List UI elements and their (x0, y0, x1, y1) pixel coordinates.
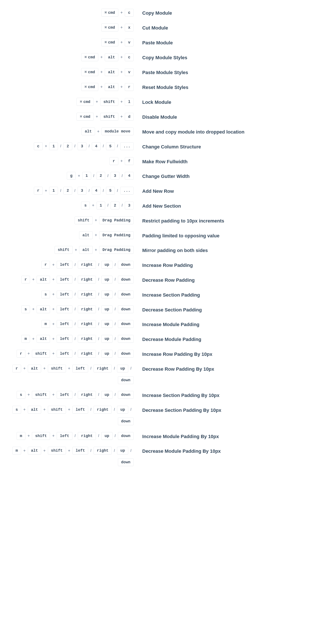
slash-separator: / (115, 188, 120, 193)
keys-line: ⌘cmd+shift+l (9, 98, 134, 106)
slash-separator: / (86, 144, 92, 148)
key-4: 4 (92, 187, 101, 194)
plus-separator: + (98, 55, 105, 60)
key-c: c (125, 9, 134, 16)
shortcut-description: Decrease Module Padding (138, 335, 327, 343)
shortcut-row: ⌘cmd+shift+dDisable Module (9, 113, 327, 120)
shortcut-description: Add New Section (138, 202, 327, 210)
keys-line: ⌘cmd+alt+c (9, 53, 134, 61)
plus-separator: + (98, 70, 105, 74)
key-right: right (78, 320, 96, 328)
keys-line: s+left/right/up/down (9, 290, 134, 298)
shortcut-description: Increase Section Padding By 10px (138, 391, 327, 399)
key-alt: alt (37, 306, 50, 313)
slash-separator: / (96, 292, 101, 296)
slash-separator: / (96, 307, 101, 312)
shortcut-row: c+1/2/3/4/5/...Change Column Structure (9, 142, 327, 150)
slash-separator: / (86, 188, 92, 193)
slash-separator: / (128, 366, 134, 371)
key-r: r (41, 261, 50, 268)
plus-separator: + (118, 85, 125, 89)
key-alt: alt (105, 54, 118, 61)
keys-line: r+alt+left/right/up/down (9, 276, 134, 284)
plus-separator: + (118, 159, 125, 163)
key-cmd: ⌘cmd (81, 68, 98, 76)
key-down: down (118, 432, 134, 440)
slash-separator: / (72, 292, 78, 296)
key-f: f (125, 157, 134, 165)
key-right: right (78, 432, 96, 440)
plus-separator: + (118, 114, 125, 119)
slash-separator: / (72, 337, 78, 341)
shortcut-row: r+alt+left/right/up/downDecrease Row Pad… (9, 276, 327, 284)
keys-column: ⌘cmd+c (9, 8, 138, 16)
slash-separator: / (88, 366, 94, 371)
shortcut-row: s+1/2/3Add New Section (9, 202, 327, 210)
key-right: right (78, 276, 96, 284)
key-r: r (17, 350, 26, 358)
shortcut-row: m+shift+left/right/up/downIncrease Modul… (9, 432, 327, 440)
key-shift: shift (100, 98, 118, 106)
key-left: left (72, 406, 88, 414)
keys-line: r+f (9, 157, 134, 165)
keys-line: m+alt+left/right/up/down (9, 335, 134, 343)
shortcut-row: alt+Drag PaddingPadding limited to oppos… (9, 231, 327, 239)
key-1: 1 (97, 202, 105, 209)
key-shift: shift (32, 432, 50, 440)
key-left: left (72, 365, 88, 372)
shortcuts-list: ⌘cmd+cCopy Module⌘cmd+xCut Module⌘cmd+vP… (9, 8, 327, 466)
slash-separator: / (119, 174, 125, 178)
shortcut-description: Increase Section Padding (138, 290, 327, 298)
plus-separator: + (21, 366, 28, 371)
key-1: 1 (49, 142, 58, 150)
keys-line: r+1/2/3/4/5/... (9, 187, 134, 194)
shortcut-description: Change Gutter Width (138, 172, 327, 180)
plus-separator: + (43, 188, 49, 193)
keys-line: ⌘cmd+alt+v (9, 68, 134, 76)
keys-column: m+shift+left/right/up/down (9, 432, 138, 440)
plus-separator: + (94, 100, 100, 104)
slash-separator: / (113, 392, 118, 397)
shortcut-description: Padding limited to opposing value (138, 231, 327, 239)
key-s: s (41, 290, 50, 298)
keys-column: ⌘cmd+x (9, 24, 138, 32)
key-2: 2 (63, 142, 72, 150)
key-m: m (41, 320, 50, 328)
shortcut-description: Lock Module (138, 98, 327, 106)
slash-separator: / (96, 277, 101, 282)
plus-separator: + (118, 40, 125, 44)
keys-column: r+f (9, 157, 138, 165)
shortcut-row: g+1/2/3/4Change Gutter Width (9, 172, 327, 180)
keys-column: ⌘cmd+alt+v (9, 68, 138, 76)
plus-separator: + (21, 448, 28, 453)
key-5: 5 (106, 187, 115, 194)
key-c: c (34, 142, 43, 150)
key-r: r (34, 187, 43, 194)
slash-separator: / (113, 351, 118, 356)
shortcut-row: s+shift+left/right/up/downIncrease Secti… (9, 391, 327, 399)
key-left: left (57, 306, 72, 313)
key-down: down (118, 350, 134, 358)
key-3: 3 (111, 172, 119, 180)
key-alt: alt (105, 83, 118, 91)
slash-separator: / (72, 277, 78, 282)
key-5: 5 (106, 142, 115, 150)
key-right: right (94, 447, 112, 454)
plus-separator: + (66, 448, 73, 453)
key-shift: shift (32, 350, 50, 358)
keys-column: ⌘cmd+shift+d (9, 113, 138, 120)
slash-separator: / (128, 448, 134, 453)
keys-column: c+1/2/3/4/5/... (9, 142, 138, 150)
slash-separator: / (113, 434, 118, 438)
key-1: 1 (82, 172, 91, 180)
key-left: left (57, 320, 72, 328)
keys-line: alt+module move (9, 128, 134, 135)
slash-separator: / (101, 144, 106, 148)
plus-separator: + (41, 366, 48, 371)
shortcut-row: ⌘cmd+shift+lLock Module (9, 98, 327, 106)
key-down: down (118, 290, 134, 298)
key-alt: alt (82, 128, 95, 135)
slash-separator: / (119, 203, 125, 208)
keys-column: m+alt+shift+left/right/up/down (9, 447, 138, 466)
key-m: m (21, 335, 30, 343)
